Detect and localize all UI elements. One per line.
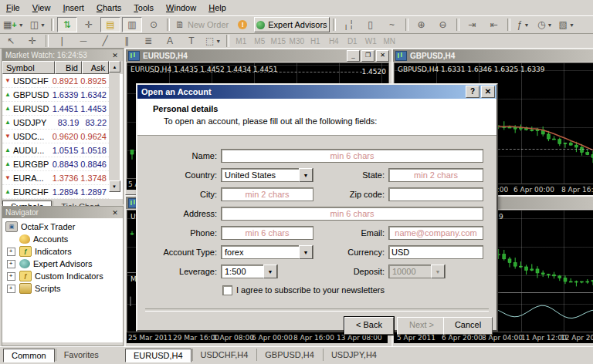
maximize-icon[interactable]: ❐ <box>361 50 374 62</box>
timeframe-w1-button[interactable]: W1 <box>362 35 379 47</box>
table-row[interactable]: ▲EURCHF1.28941.2897 <box>2 185 109 199</box>
column-ask[interactable]: Ask <box>82 61 109 74</box>
close-icon[interactable]: ✕ <box>110 52 120 59</box>
tree-item-scripts[interactable]: +Scripts <box>5 282 123 295</box>
close-icon[interactable]: ✕ <box>110 209 120 217</box>
state-field[interactable] <box>388 168 483 182</box>
menu-view[interactable]: View <box>26 2 57 14</box>
minimize-icon[interactable]: _ <box>347 50 360 62</box>
taskbar-tab-usdjpy[interactable]: USDJPY,H4 <box>323 349 385 361</box>
navigator-toggle[interactable]: ▤ <box>100 17 120 32</box>
menu-help[interactable]: Help <box>202 2 232 14</box>
account-type-select[interactable]: forex▼ <box>221 245 313 259</box>
column-symbol[interactable]: Symbol <box>2 61 55 74</box>
timeframe-h4-button[interactable]: H4 <box>325 35 342 47</box>
timeframe-h1-button[interactable]: H1 <box>307 35 324 47</box>
line-chart-button[interactable]: ~ <box>382 17 402 32</box>
close-icon[interactable]: ✕ <box>376 50 389 62</box>
name-field[interactable] <box>221 149 483 163</box>
next-button[interactable]: Next > <box>397 317 446 335</box>
table-row[interactable]: ▲EURGBP0.88430.8846 <box>2 157 109 171</box>
dialog-caption[interactable]: Open an Account ? ✕ <box>137 85 496 99</box>
newsletter-checkbox[interactable] <box>222 285 232 295</box>
tab-favorites[interactable]: Favorites <box>56 349 107 361</box>
zip-field[interactable] <box>388 187 483 201</box>
table-row[interactable]: ▲AUDU...1.05151.0518 <box>2 143 109 157</box>
country-select[interactable]: United States▼ <box>221 168 313 182</box>
table-row[interactable]: ▼USDC...0.96200.9624 <box>2 130 109 143</box>
horizontal-line-button[interactable]: ─ <box>73 33 93 49</box>
menu-window[interactable]: Window <box>160 2 202 14</box>
arrows-button[interactable]: ⬚▼ <box>203 33 223 49</box>
templates-button[interactable]: ▧▼ <box>557 17 577 32</box>
indicators-button[interactable]: ƒ▼ <box>513 17 534 32</box>
menu-insert[interactable]: Insert <box>56 2 90 14</box>
column-bid[interactable]: Bid <box>55 61 82 74</box>
new-order-button[interactable]: 🗎New Order <box>173 17 231 32</box>
eurusd-caption[interactable]: EURUSD,H4 _ ❐ ✕ <box>126 49 391 62</box>
table-row[interactable]: ▲USDJPY83.1983.22 <box>2 116 109 130</box>
timeframe-m5-button[interactable]: M5 <box>251 35 268 47</box>
periods-button[interactable]: ◷▼ <box>535 17 555 32</box>
bar-chart-button[interactable]: ╷╎ <box>339 17 359 32</box>
currency-field[interactable] <box>388 245 483 259</box>
timeframe-m15-button[interactable]: M15 <box>269 35 286 47</box>
back-button[interactable]: < Back <box>344 317 394 335</box>
table-row[interactable]: ▲GBPUSD1.63391.6342 <box>2 88 109 102</box>
timeframe-mn-button[interactable]: MN <box>381 35 398 47</box>
cursor-button[interactable]: ↖ <box>1 33 21 49</box>
crosshair-button[interactable]: ✛ <box>22 33 42 49</box>
profiles-button[interactable]: ◫▼ <box>28 17 48 32</box>
phone-field[interactable] <box>221 226 313 240</box>
tree-item-expert-advisors[interactable]: +Expert Advisors <box>5 258 123 270</box>
menu-charts[interactable]: Charts <box>90 2 127 14</box>
city-field[interactable] <box>221 187 313 201</box>
menu-file[interactable]: File <box>0 2 26 14</box>
expand-icon[interactable]: + <box>7 272 15 281</box>
help-icon[interactable]: ? <box>466 86 479 98</box>
trendline-button[interactable]: ╱ <box>95 33 115 49</box>
fibonacci-button[interactable]: ≣ <box>138 33 158 49</box>
chart-shift-button[interactable]: ⇤ <box>484 17 504 32</box>
zoom-in-button[interactable]: ⊕ <box>412 17 432 32</box>
address-field[interactable] <box>221 207 483 221</box>
timeframe-m30-button[interactable]: M30 <box>288 35 305 47</box>
chevron-down-icon[interactable]: ▼ <box>263 265 277 278</box>
taskbar-tab-usdchf[interactable]: USDCHF,H4 <box>192 349 256 361</box>
timeframe-d1-button[interactable]: D1 <box>344 35 361 47</box>
taskbar-tab-gbpusd[interactable]: GBPUSD,H4 <box>256 349 322 361</box>
text-button[interactable]: A <box>160 33 180 49</box>
expert-advisors-button[interactable]: Expert Advisors <box>254 17 329 32</box>
menu-tools[interactable]: Tools <box>127 2 160 14</box>
market-watch-toggle[interactable]: ⇅ <box>57 17 77 32</box>
candlestick-button[interactable]: ▯ <box>361 17 381 32</box>
new-chart-button[interactable]: ▦+▼ <box>1 17 26 32</box>
expand-icon[interactable]: + <box>7 260 15 268</box>
scrollbar[interactable]: ▼ <box>109 74 120 192</box>
strategy-tester-toggle[interactable]: ⊙ <box>144 17 164 32</box>
terminal-toggle[interactable]: ▥ <box>122 17 142 32</box>
tree-item-indicators[interactable]: +ƒIndicators <box>5 245 123 258</box>
tree-item-custom-indicators[interactable]: +ƒCustom Indicators <box>5 270 123 282</box>
leverage-select[interactable]: 1:500▼ <box>221 265 278 278</box>
vertical-line-button[interactable]: ❘ <box>52 33 72 49</box>
channel-button[interactable]: ∥ <box>117 33 137 49</box>
expand-icon[interactable]: + <box>7 285 15 293</box>
text-label-button[interactable]: T <box>181 33 202 49</box>
gbpusd-caption[interactable]: GBPUSD,H4 <box>393 49 593 62</box>
scroll-up-icon[interactable]: ▲ <box>109 61 120 72</box>
table-row[interactable]: ▲EURUSD1.44511.4453 <box>2 102 109 116</box>
tab-common[interactable]: Common <box>3 349 55 362</box>
scroll-down-icon[interactable]: ▼ <box>109 180 120 192</box>
close-icon[interactable]: ✕ <box>481 86 495 98</box>
cancel-button[interactable]: Cancel <box>443 317 493 335</box>
data-window-toggle[interactable]: ✛ <box>79 17 99 32</box>
table-row[interactable]: ▼EURA...1.37361.3748 <box>2 171 109 185</box>
tree-item-accounts[interactable]: Accounts <box>5 233 123 245</box>
alert-button[interactable]: ! <box>232 17 252 32</box>
zoom-out-button[interactable]: ⊖ <box>433 17 453 32</box>
tree-item-root[interactable]: ▣OctaFx Trader <box>5 221 123 233</box>
auto-scroll-button[interactable]: ⇥ <box>463 17 483 32</box>
taskbar-tab-eurusd[interactable]: EURUSD,H4 <box>125 349 191 362</box>
expand-icon[interactable]: + <box>7 248 15 256</box>
